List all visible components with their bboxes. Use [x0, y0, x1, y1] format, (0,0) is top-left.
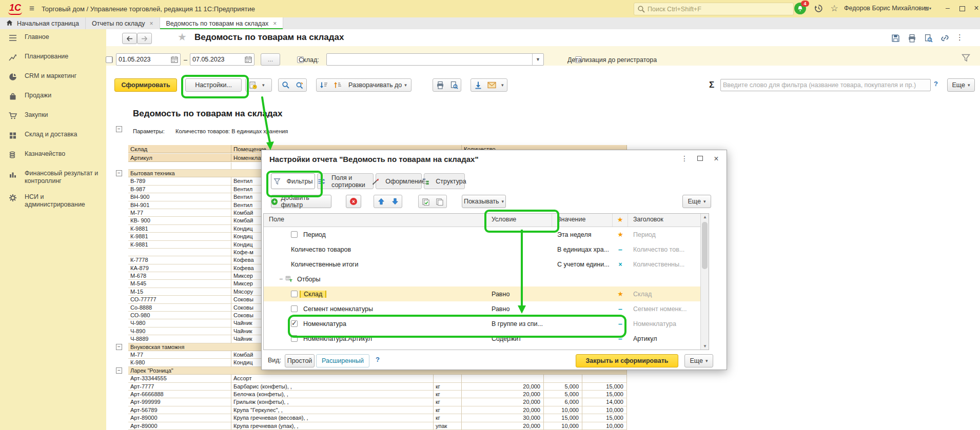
collapse-icon[interactable]: − [279, 276, 285, 283]
date-from-field[interactable] [116, 53, 181, 66]
dialog-more-icon[interactable]: ⋮ [679, 154, 690, 162]
row-checkbox[interactable] [291, 291, 298, 297]
filter-funnel-icon[interactable] [962, 54, 970, 64]
row-checkbox[interactable] [291, 320, 298, 327]
report-row[interactable]: Арт-6666888Белочка (конфеты), ,кг20,0005… [128, 391, 627, 398]
flag-star-icon[interactable]: ★ [617, 231, 623, 238]
uncheck-all-icon[interactable] [433, 195, 446, 208]
dialog-help-button[interactable]: ? [376, 356, 380, 363]
print-icon[interactable] [905, 32, 919, 44]
dialog-tab-filters[interactable]: Фильтры [271, 173, 315, 189]
scroll-down-icon[interactable]: ▼ [701, 344, 709, 349]
check-all-icon[interactable] [419, 195, 433, 208]
tab-goods-statement[interactable]: Ведомость по товарам на складах× [160, 17, 284, 29]
add-filter-button[interactable]: + Добавить фильтр [271, 195, 331, 208]
row-checkbox[interactable] [291, 231, 298, 238]
collapse-group-icon[interactable]: − [116, 126, 122, 132]
report-row[interactable]: Арт-33344555Ассорт [128, 375, 627, 382]
sidebar-item-crm[interactable]: CRM и маркетинг [0, 68, 106, 88]
report-row[interactable]: Арт-89000Крупа гречневая (упак), ,упак20… [128, 422, 627, 430]
filter-group-row[interactable]: −Отборы [264, 272, 709, 286]
expand-to-button[interactable]: Разворачивать до▾ [344, 79, 411, 91]
dialog-tab-appearance[interactable]: Оформление [376, 173, 422, 189]
tab-warehouse-reports[interactable]: Отчеты по складу× [86, 17, 160, 29]
sidebar-item-treasury[interactable]: Казначейство [0, 146, 106, 166]
more-menu-icon[interactable]: ⋮ [953, 31, 967, 44]
sidebar-item-sales[interactable]: Продажи [0, 88, 106, 107]
scroll-up-icon[interactable]: ▲ [701, 215, 709, 219]
get-link-icon[interactable] [938, 32, 952, 44]
tab-home[interactable]: Начальная страница [0, 17, 86, 29]
move-up-icon[interactable] [374, 195, 388, 208]
scrollbar-thumb[interactable] [702, 222, 708, 269]
filter-row[interactable]: Количество товаровВ единицах хра...–Коли… [264, 242, 709, 257]
sidebar-item-purchases[interactable]: Закупки [0, 107, 106, 127]
user-name[interactable]: Федоров Борис Михайлович [844, 5, 929, 12]
main-menu-icon[interactable]: ≡ [29, 4, 34, 14]
sidebar-item-admin[interactable]: НСИ и администрирование [0, 189, 106, 213]
settings-button[interactable]: Настройки... [185, 78, 242, 92]
send-email-icon[interactable] [485, 79, 499, 91]
filter-row[interactable]: Сегмент номенклатурыРавно–Сегмент номенк… [264, 301, 709, 316]
sidebar-item-planning[interactable]: Планирование [0, 49, 106, 68]
help-button[interactable]: ? [934, 80, 938, 88]
filter-row[interactable]: Количественные итогиС учетом едини...×Ко… [264, 257, 709, 272]
quick-filter-input[interactable] [721, 81, 930, 89]
report-variant-button[interactable]: ▾ [245, 78, 272, 92]
dialog-footer-more-button[interactable]: Еще▾ [684, 354, 713, 367]
flag-dash-icon[interactable]: – [618, 335, 622, 343]
report-row[interactable]: Арт-56789Крупа "Геркулес", ,кг20,00010,0… [128, 406, 627, 414]
collapse-rows-icon[interactable] [317, 79, 330, 91]
dialog-more-button[interactable]: Еще▾ [682, 195, 711, 208]
view-simple-button[interactable]: Простой [285, 354, 315, 367]
sidebar-item-main[interactable]: Главное [0, 29, 106, 49]
flag-dash-icon[interactable]: – [618, 305, 622, 313]
calendar-icon[interactable] [171, 56, 178, 63]
dropdown-caret[interactable]: ▾ [501, 83, 504, 88]
col-flag[interactable]: ★ [613, 214, 628, 227]
service-menu-icon[interactable]: ≡▾ [922, 3, 933, 14]
dialog-scrollbar[interactable]: ▲ ▼ [700, 214, 709, 350]
move-down-icon[interactable] [388, 195, 402, 208]
print-preview-icon[interactable] [922, 32, 935, 44]
dialog-maximize-icon[interactable] [695, 154, 705, 162]
col-header[interactable]: Заголовок [628, 214, 701, 227]
tab-close-icon[interactable]: × [149, 20, 153, 27]
find-next-icon[interactable] [292, 79, 306, 91]
row-checkbox[interactable] [291, 335, 298, 342]
expand-rows-icon[interactable] [330, 79, 344, 91]
generate-button[interactable]: Сформировать [114, 78, 177, 92]
dialog-tab-fields[interactable]: Поля и сортировки [317, 173, 374, 189]
remove-filter-button[interactable]: × [346, 195, 361, 208]
flag-star-icon[interactable]: ★ [617, 290, 623, 298]
find-icon[interactable] [279, 79, 292, 91]
favorites-star-icon[interactable]: ☆ [829, 3, 840, 14]
favorite-star-icon[interactable]: ★ [178, 31, 187, 43]
filter-row[interactable]: ПериодЭта неделя★Период [264, 227, 709, 242]
warehouse-combo[interactable]: ▼ [326, 53, 544, 66]
report-row[interactable]: Арт-7777Барбарис (конфеты), ,кг20,0005,0… [128, 383, 627, 391]
col-artikul[interactable]: Артикул [128, 154, 231, 162]
restore-button[interactable] [956, 4, 968, 12]
save-file-icon[interactable] [471, 79, 485, 91]
warehouse-input[interactable] [327, 56, 532, 63]
report-row[interactable]: Арт-999999Грильяж (конфеты), ,кг20,0006,… [128, 398, 627, 406]
quick-filter-field[interactable] [720, 79, 931, 91]
collapse-group-icon[interactable]: − [116, 170, 122, 176]
flag-dash-icon[interactable]: – [618, 320, 622, 328]
tab-close-icon[interactable]: × [273, 20, 277, 27]
report-row[interactable]: Арт-89000Крупа гречневая (весовая), ,кг3… [128, 414, 627, 422]
combo-dropdown-icon[interactable]: ▼ [532, 54, 543, 65]
col-value[interactable]: Значение [552, 214, 613, 227]
minimize-button[interactable]: – [942, 4, 953, 12]
filter-row[interactable]: НоменклатураВ группе из спи...–Номенклат… [264, 316, 709, 331]
col-condition[interactable]: Условие [486, 214, 552, 227]
nav-back-button[interactable] [122, 33, 137, 44]
collapse-group-icon[interactable]: − [116, 367, 122, 374]
print-icon[interactable] [433, 79, 447, 91]
period-variants-button[interactable]: ... [261, 53, 280, 66]
history-icon[interactable] [813, 3, 824, 14]
dialog-close-icon[interactable]: × [711, 154, 721, 163]
col-sklad[interactable]: Склад [128, 145, 231, 153]
filter-row[interactable]: СкладРавно★Склад [264, 286, 709, 301]
